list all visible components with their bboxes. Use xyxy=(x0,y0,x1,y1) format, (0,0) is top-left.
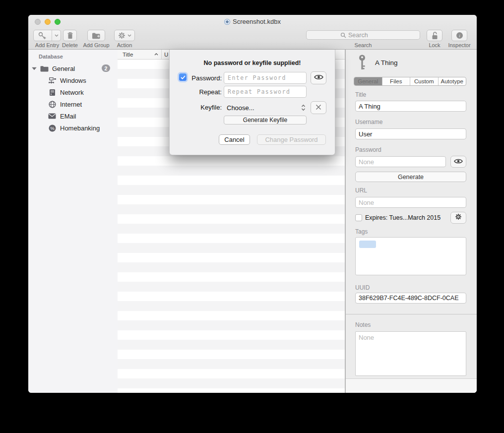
sidebar-item-label: Windows xyxy=(60,77,86,84)
gear-icon xyxy=(455,213,462,222)
entry-title: A Thing xyxy=(375,59,398,66)
search-input[interactable] xyxy=(348,32,408,39)
gear-icon xyxy=(118,32,126,39)
cancel-button[interactable]: Cancel xyxy=(219,134,250,145)
generate-password-button[interactable]: Generate xyxy=(355,172,466,182)
action-button[interactable] xyxy=(114,30,135,41)
server-icon xyxy=(48,88,57,97)
percent-circle-icon: % xyxy=(48,124,57,132)
window-title: Screenshot.kdbx xyxy=(233,18,281,25)
expires-checkbox[interactable] xyxy=(355,214,362,221)
folder-icon xyxy=(40,64,49,73)
keyfile-popup[interactable]: Choose... xyxy=(224,101,307,114)
tags-box[interactable] xyxy=(355,237,466,275)
tab-autotype[interactable]: Autotype xyxy=(439,77,466,85)
inspector-panel: A Thing General Files Custom Autotype Ti… xyxy=(346,50,477,393)
search-field[interactable] xyxy=(306,30,420,40)
column-header-username[interactable]: U xyxy=(162,52,168,58)
password-field-label: Password: xyxy=(179,74,222,82)
repeat-field-label: Repeat: xyxy=(179,88,222,96)
count-badge: 2 xyxy=(102,64,110,72)
sidebar-item-email[interactable]: EMail xyxy=(28,110,118,122)
change-password-button[interactable]: Change Password xyxy=(257,134,326,145)
column-title-label: Title xyxy=(123,52,133,58)
url-label: URL xyxy=(355,187,367,194)
delete-label: Delete xyxy=(62,42,78,48)
sidebar-item-general[interactable]: General 2 xyxy=(28,62,118,74)
url-field[interactable] xyxy=(355,197,466,208)
username-label: Username xyxy=(355,119,382,125)
eye-icon xyxy=(454,157,463,166)
globe-icon xyxy=(48,100,57,109)
app-window: Screenshot.kdbx Add Entry Delete Add xyxy=(28,15,477,393)
tab-general[interactable]: General xyxy=(354,77,382,85)
password-label: Password xyxy=(355,146,381,153)
generate-keyfile-button[interactable]: Generate Keyfile xyxy=(224,116,307,124)
delete-button[interactable] xyxy=(63,30,77,41)
password-field[interactable] xyxy=(355,156,446,167)
title-label: Title xyxy=(355,91,366,98)
lock-label: Lock xyxy=(429,42,440,48)
enter-password-input[interactable] xyxy=(224,72,307,84)
unlock-icon xyxy=(431,31,439,40)
document-icon xyxy=(224,19,230,25)
sidebar-item-windows[interactable]: Windows xyxy=(28,74,118,86)
uuid-field[interactable] xyxy=(355,293,466,304)
inspector-label: Inspector xyxy=(448,42,470,48)
expires-label: Expires: Tues...March 2015 xyxy=(365,214,441,221)
entry-header: A Thing xyxy=(346,50,477,77)
section-divider xyxy=(346,314,477,314)
tab-custom[interactable]: Custom xyxy=(410,77,439,85)
add-group-label: Add Group xyxy=(83,42,109,48)
windows-network-icon xyxy=(48,76,57,85)
eye-icon xyxy=(314,73,323,82)
change-password-sheet: No password or keyfile supplied! Passwor… xyxy=(169,50,335,155)
sidebar-item-label: Homebanking xyxy=(60,124,100,132)
title-field[interactable] xyxy=(355,101,466,112)
keyfile-selected-value: Choose... xyxy=(224,104,254,112)
column-header-title[interactable]: Title xyxy=(118,52,161,58)
add-entry-button[interactable] xyxy=(33,30,61,41)
action-label: Action xyxy=(117,42,132,48)
inspector-tabs: General Files Custom Autotype xyxy=(354,77,466,86)
chevron-down-icon xyxy=(127,34,131,37)
inspector-footer xyxy=(346,378,477,393)
sidebar-item-homebanking[interactable]: % Homebanking xyxy=(28,122,118,134)
disclosure-triangle-icon[interactable] xyxy=(32,67,37,70)
titlebar-toolbar: Screenshot.kdbx Add Entry Delete Add xyxy=(28,15,477,50)
tags-label: Tags xyxy=(355,228,368,235)
sheet-message: No password or keyfile supplied! xyxy=(170,60,335,66)
add-entry-label: Add Entry xyxy=(35,42,59,48)
sidebar-section-header: Database xyxy=(39,54,63,60)
folder-plus-icon xyxy=(92,32,101,39)
tab-files[interactable]: Files xyxy=(382,77,411,85)
tag-chip[interactable] xyxy=(359,241,376,248)
repeat-password-input[interactable] xyxy=(224,86,307,98)
sidebar-item-label: General xyxy=(52,65,75,72)
add-group-button[interactable] xyxy=(87,30,105,41)
reveal-password-button[interactable] xyxy=(450,156,466,168)
close-icon xyxy=(315,103,321,112)
inspector-button[interactable]: i xyxy=(451,30,467,41)
expires-options-button[interactable] xyxy=(450,212,466,224)
stepper-icon xyxy=(301,104,307,111)
svg-text:%: % xyxy=(50,125,55,130)
info-icon: i xyxy=(456,32,463,39)
chevron-down-icon[interactable] xyxy=(52,34,61,37)
notes-textarea[interactable] xyxy=(355,331,466,376)
sidebar-item-network[interactable]: Network xyxy=(28,86,118,98)
sidebar-item-internet[interactable]: Internet xyxy=(28,98,118,110)
search-label: Search xyxy=(355,42,372,48)
search-icon xyxy=(340,32,346,38)
lock-button[interactable] xyxy=(427,30,442,41)
column-username-label: U xyxy=(164,52,168,58)
notes-label: Notes xyxy=(355,321,371,328)
username-field[interactable] xyxy=(355,128,466,139)
sidebar: Database General 2 Windows Network xyxy=(28,50,118,393)
reveal-password-button[interactable] xyxy=(311,71,326,84)
expires-row: Expires: Tues...March 2015 xyxy=(355,213,466,222)
key-icon xyxy=(359,55,366,73)
sort-ascending-icon xyxy=(154,53,158,56)
sidebar-item-label: Internet xyxy=(60,101,82,108)
clear-keyfile-button[interactable] xyxy=(311,101,326,114)
